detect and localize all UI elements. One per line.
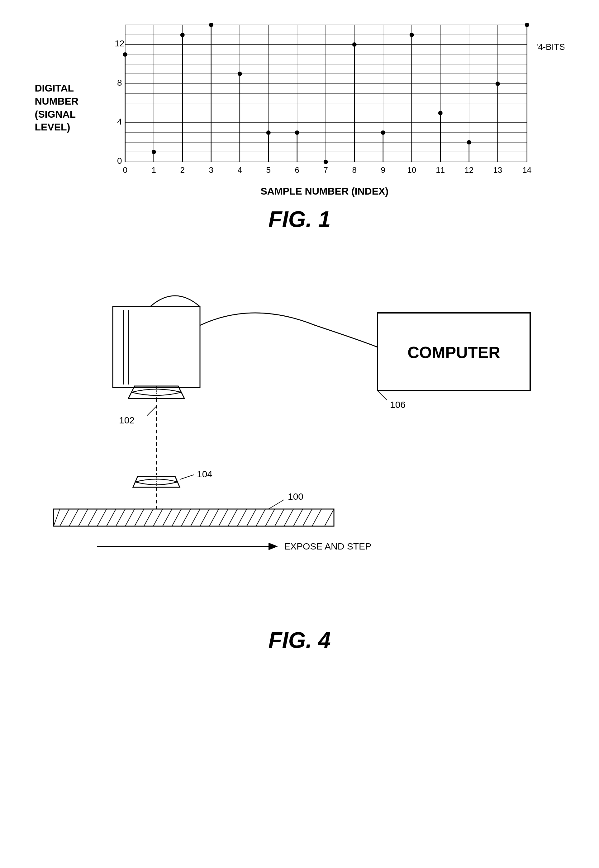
- svg-line-90: [180, 475, 194, 479]
- svg-text:3: 3: [209, 165, 213, 175]
- svg-point-61: [266, 131, 271, 135]
- svg-line-109: [191, 509, 200, 526]
- svg-point-53: [152, 150, 156, 154]
- svg-text:8: 8: [352, 165, 356, 175]
- svg-text:0: 0: [117, 156, 122, 166]
- y-label-line2: NUMBER: [35, 95, 78, 108]
- svg-line-114: [237, 509, 247, 526]
- fig1-section: DIGITAL NUMBER (SIGNAL LEVEL): [35, 19, 564, 232]
- svg-line-123: [325, 509, 334, 526]
- svg-text:6: 6: [295, 165, 299, 175]
- svg-text:7: 7: [323, 165, 328, 175]
- svg-line-117: [265, 509, 275, 526]
- svg-text:0: 0: [123, 165, 127, 175]
- svg-point-74: [467, 140, 471, 144]
- svg-line-113: [228, 509, 237, 526]
- svg-line-118: [275, 509, 284, 526]
- svg-line-98: [88, 509, 97, 526]
- svg-text:9: 9: [381, 165, 385, 175]
- svg-text:12: 12: [464, 165, 474, 175]
- svg-point-78: [525, 23, 529, 27]
- fig4-label: FIG. 4: [268, 627, 331, 653]
- svg-point-66: [352, 42, 357, 47]
- y-label-line3: (SIGNAL: [35, 108, 76, 121]
- svg-line-112: [219, 509, 228, 526]
- svg-line-106: [163, 509, 172, 526]
- svg-point-70: [409, 33, 414, 37]
- svg-text:14: 14: [522, 165, 531, 175]
- y-axis-label: DIGITAL NUMBER (SIGNAL LEVEL): [35, 19, 85, 197]
- fig1-label: FIG. 1: [268, 206, 331, 232]
- svg-line-119: [284, 509, 293, 526]
- y-label-line4: LEVEL): [35, 121, 71, 134]
- svg-point-51: [123, 52, 127, 57]
- svg-text:102: 102: [119, 415, 135, 425]
- fig4-svg: 102 104: [35, 276, 564, 618]
- svg-line-120: [293, 509, 303, 526]
- svg-line-107: [172, 509, 181, 526]
- svg-text:11: 11: [436, 165, 445, 175]
- svg-line-103: [135, 509, 144, 526]
- svg-line-105: [153, 509, 163, 526]
- svg-text:COMPUTER: COMPUTER: [408, 343, 500, 362]
- svg-text:1: 1: [151, 165, 156, 175]
- svg-text:4: 4: [237, 165, 242, 175]
- svg-line-101: [116, 509, 125, 526]
- svg-line-116: [256, 509, 265, 526]
- svg-line-97: [78, 509, 88, 526]
- svg-point-72: [438, 111, 442, 115]
- svg-line-99: [97, 509, 107, 526]
- fig4-section: 102 104: [35, 276, 564, 653]
- svg-text:2: 2: [180, 165, 184, 175]
- chart-wrapper: DIGITAL NUMBER (SIGNAL LEVEL): [35, 19, 564, 197]
- svg-text:EXPOSE AND STEP: EXPOSE AND STEP: [284, 541, 371, 551]
- svg-line-121: [303, 509, 312, 526]
- svg-point-59: [238, 72, 242, 76]
- svg-text:5: 5: [266, 165, 270, 175]
- svg-line-100: [107, 509, 116, 526]
- svg-line-122: [312, 509, 322, 526]
- svg-text:4: 4: [117, 117, 122, 126]
- svg-line-104: [144, 509, 153, 526]
- svg-text:'4-BITS': '4-BITS': [536, 42, 564, 52]
- fig4-diagram: 102 104: [35, 276, 564, 618]
- svg-text:106: 106: [390, 399, 406, 410]
- svg-text:12: 12: [114, 39, 124, 48]
- svg-text:100: 100: [288, 491, 303, 502]
- svg-line-85: [147, 406, 157, 416]
- svg-point-57: [209, 23, 214, 27]
- svg-point-76: [495, 81, 500, 86]
- svg-line-94: [54, 509, 60, 526]
- svg-line-115: [247, 509, 256, 526]
- svg-rect-79: [113, 307, 200, 387]
- svg-line-95: [60, 509, 69, 526]
- svg-point-63: [295, 131, 300, 135]
- svg-line-110: [200, 509, 209, 526]
- svg-text:104: 104: [197, 469, 212, 479]
- svg-line-131: [378, 391, 387, 400]
- svg-line-102: [125, 509, 135, 526]
- svg-text:8: 8: [117, 78, 122, 87]
- chart-area: 0 4 8 12 0 1 2 3 4 5 6 7 8 9 10 11 12 13…: [85, 19, 564, 197]
- svg-text:13: 13: [493, 165, 502, 175]
- x-axis-label: SAMPLE NUMBER (INDEX): [85, 186, 564, 197]
- svg-marker-127: [268, 543, 278, 550]
- svg-line-124: [268, 500, 284, 509]
- svg-point-64: [324, 160, 328, 164]
- svg-text:10: 10: [407, 165, 416, 175]
- svg-point-68: [381, 131, 385, 135]
- svg-line-111: [209, 509, 219, 526]
- svg-line-108: [181, 509, 191, 526]
- chart-svg: 0 4 8 12 0 1 2 3 4 5 6 7 8 9 10 11 12 13…: [85, 19, 564, 180]
- svg-line-96: [69, 509, 78, 526]
- y-label-line1: DIGITAL: [35, 82, 74, 95]
- svg-point-55: [181, 33, 185, 37]
